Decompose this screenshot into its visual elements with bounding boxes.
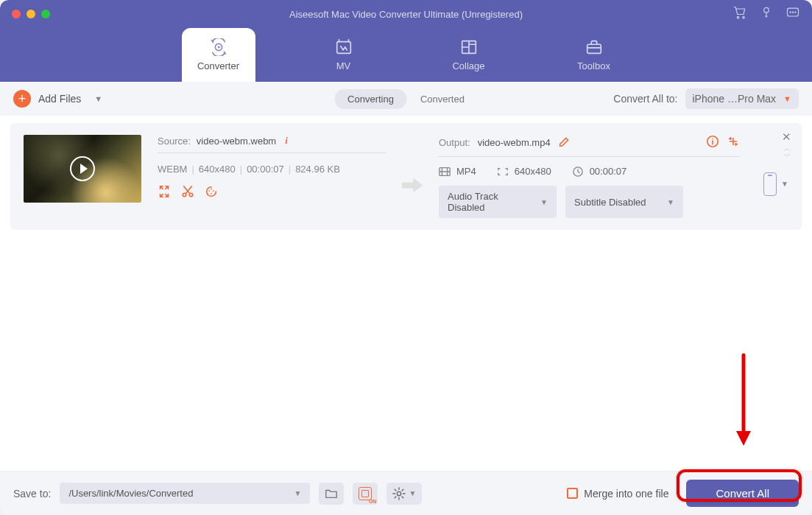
key-icon[interactable] [759, 5, 774, 23]
svg-point-1 [743, 16, 745, 18]
move-down-button[interactable]: ﹀ [783, 153, 791, 160]
chevron-down-icon: ▼ [409, 489, 416, 497]
source-filename: video-webm.webm [197, 136, 276, 147]
nav-collage-label: Collage [452, 60, 484, 71]
svg-point-14 [211, 189, 212, 190]
nav-toolbox-label: Toolbox [577, 60, 610, 71]
add-files-button[interactable]: + Add Files ▼ [13, 90, 102, 108]
row-controls: ✕ ︿ ﹀ [782, 130, 791, 160]
svg-point-6 [795, 12, 796, 13]
subtitle-dropdown[interactable]: Subtitle Disabled ▼ [565, 186, 683, 218]
output-resolution: 640x480 [515, 166, 551, 177]
svg-point-15 [213, 190, 214, 192]
chevron-down-icon: ▼ [667, 198, 674, 206]
titlebar: Aiseesoft Mac Video Converter Ultimate (… [0, 0, 812, 28]
svg-point-2 [764, 7, 769, 13]
app-window: Aiseesoft Mac Video Converter Ultimate (… [0, 0, 812, 515]
output-label: Output: [439, 137, 470, 148]
status-tabs: Converting Converted [334, 89, 478, 109]
chevron-down-icon: ▼ [783, 94, 791, 103]
chevron-down-icon: ▼ [781, 180, 788, 188]
svg-point-13 [208, 190, 210, 192]
tab-converting[interactable]: Converting [334, 89, 407, 109]
source-meta: WEBM|640x480|00:00:07|824.96 KB [158, 164, 386, 175]
subtitle-value: Subtitle Disabled [574, 197, 646, 208]
svg-point-16 [211, 193, 212, 195]
svg-point-0 [737, 16, 739, 18]
nav-collage[interactable]: Collage [432, 28, 506, 82]
output-column: Output: video-webm.mp4 MP4 640x480 00:00… [439, 135, 740, 218]
svg-point-20 [398, 491, 401, 495]
minimize-window-button[interactable] [27, 10, 35, 18]
feedback-icon[interactable] [785, 5, 800, 23]
output-format: MP4 [456, 166, 476, 177]
svg-rect-10 [587, 44, 601, 53]
nav-mv[interactable]: MV [307, 28, 381, 82]
nav-mv-label: MV [336, 60, 351, 71]
svg-rect-8 [336, 42, 350, 54]
plus-icon: + [13, 90, 31, 108]
gear-icon [392, 487, 406, 500]
output-duration: 00:00:07 [590, 166, 627, 177]
svg-point-4 [790, 12, 791, 13]
settings-button[interactable]: ▼ [386, 483, 422, 505]
audio-track-value: Audio Track Disabled [448, 191, 530, 213]
merge-label: Merge into one file [584, 488, 668, 500]
video-icon [439, 167, 451, 177]
chevron-down-icon[interactable]: ▼ [94, 94, 102, 103]
rename-icon[interactable] [558, 135, 571, 150]
window-controls [12, 10, 50, 18]
window-title: Aiseesoft Mac Video Converter Ultimate (… [0, 9, 812, 20]
file-list: Source: video-webm.webm i WEBM|640x480|0… [0, 116, 812, 471]
output-filename: video-webm.mp4 [478, 137, 551, 148]
resolution-icon [497, 167, 509, 177]
save-path-value: /Users/link/Movies/Converted [68, 488, 193, 499]
merge-checkbox[interactable]: Merge into one file [567, 488, 668, 500]
open-folder-button[interactable] [319, 483, 344, 505]
file-item: Source: video-webm.webm i WEBM|640x480|0… [10, 123, 802, 230]
main-nav: Converter MV Collage Toolbox [0, 28, 812, 82]
gpu-on-badge: ON [369, 499, 377, 504]
toolbar: + Add Files ▼ Converting Converted Conve… [0, 82, 812, 116]
add-files-label: Add Files [38, 93, 81, 105]
nav-converter[interactable]: Converter [182, 28, 255, 82]
enhance-icon[interactable] [727, 135, 740, 150]
gpu-accel-button[interactable]: ON [353, 483, 378, 505]
close-window-button[interactable] [12, 10, 21, 18]
chevron-down-icon: ▼ [540, 198, 548, 206]
tab-converted[interactable]: Converted [407, 89, 478, 109]
compress-icon[interactable] [158, 185, 171, 200]
svg-point-5 [792, 12, 793, 13]
footer-bar: Save to: /Users/link/Movies/Converted ▼ … [0, 471, 812, 515]
convert-all-to-label: Convert All to: [613, 93, 677, 105]
source-resolution: 640x480 [199, 164, 236, 175]
audio-track-dropdown[interactable]: Audio Track Disabled ▼ [439, 186, 557, 218]
play-icon [70, 156, 95, 181]
video-thumbnail[interactable] [24, 135, 141, 203]
remove-file-button[interactable]: ✕ [782, 130, 791, 144]
cart-icon[interactable] [732, 5, 747, 23]
nav-converter-label: Converter [197, 60, 239, 71]
convert-all-button[interactable]: Convert All [686, 480, 799, 507]
source-size: 824.96 KB [295, 164, 340, 175]
arrow-icon [402, 153, 423, 218]
source-format: WEBM [158, 164, 187, 175]
clock-icon [572, 167, 584, 177]
info-icon[interactable]: i [285, 135, 288, 147]
checkbox-icon [567, 488, 578, 499]
file-info-icon[interactable] [706, 135, 719, 150]
source-duration: 00:00:07 [247, 164, 284, 175]
convert-all-value: iPhone …Pro Max [693, 93, 777, 105]
save-path-dropdown[interactable]: /Users/link/Movies/Converted ▼ [60, 483, 310, 504]
edit-effects-icon[interactable] [205, 185, 218, 200]
nav-toolbox[interactable]: Toolbox [557, 28, 631, 82]
convert-all-format-dropdown[interactable]: iPhone …Pro Max ▼ [685, 88, 799, 109]
cut-icon[interactable] [181, 185, 194, 200]
source-label: Source: [158, 136, 191, 147]
phone-icon [763, 172, 777, 196]
save-to-label: Save to: [13, 488, 51, 500]
maximize-window-button[interactable] [41, 10, 50, 18]
source-column: Source: video-webm.webm i WEBM|640x480|0… [158, 135, 386, 218]
chevron-down-icon: ▼ [294, 489, 301, 497]
